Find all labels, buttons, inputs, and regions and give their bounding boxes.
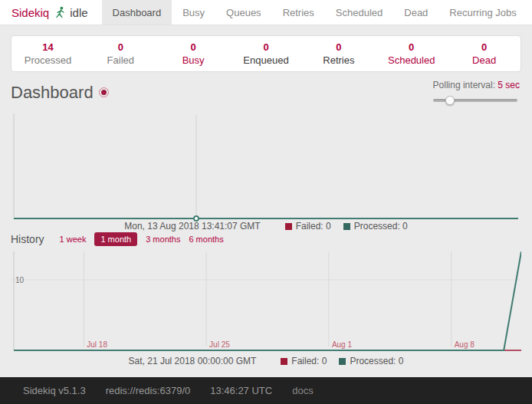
range-1-week[interactable]: 1 week <box>60 235 87 244</box>
stat-retries[interactable]: 0 Retries <box>302 36 375 71</box>
tab-dead[interactable]: Dead <box>393 0 438 25</box>
stat-retries-value: 0 <box>336 41 341 53</box>
footer-docs-link[interactable]: docs <box>292 385 313 396</box>
stat-failed-value: 0 <box>118 41 123 53</box>
tab-retries[interactable]: Retries <box>272 0 325 25</box>
stat-busy[interactable]: 0 Busy <box>157 36 230 71</box>
sidekiq-dashboard-page: Sidekiq idle Dashboard Busy Queues Retri… <box>0 0 532 404</box>
brand-name: Sidekiq <box>11 6 49 19</box>
range-6-months[interactable]: 6 months <box>189 235 223 244</box>
polling-interval-control: Polling interval: 5 sec <box>433 80 520 105</box>
history-legend-processed: Processed: 0 <box>350 356 403 366</box>
svg-text:Aug 8: Aug 8 <box>455 340 475 349</box>
stat-retries-label: Retries <box>323 54 354 66</box>
stat-failed: 0 Failed <box>84 36 157 71</box>
stat-busy-label: Busy <box>182 54 205 66</box>
tab-dashboard[interactable]: Dashboard <box>102 0 172 25</box>
navbar: Sidekiq idle Dashboard Busy Queues Retri… <box>0 0 532 25</box>
stat-dead[interactable]: 0 Dead <box>448 36 521 71</box>
tab-busy[interactable]: Busy <box>172 0 215 25</box>
realtime-legend-processed: Processed: 0 <box>354 221 408 232</box>
footer-utc-time: 13:46:27 UTC <box>210 385 272 396</box>
stat-failed-label: Failed <box>107 54 134 66</box>
stat-dead-label: Dead <box>472 54 496 66</box>
dashboard-header-row: Dashboard Polling interval: 5 sec <box>11 80 521 107</box>
stat-processed-label: Processed <box>25 54 71 66</box>
sidekiq-runner-icon <box>54 6 66 18</box>
tab-scheduled[interactable]: Scheduled <box>325 0 393 25</box>
realtime-legend: Mon, 13 Aug 2018 13:41:07 GMTFailed: 0Pr… <box>0 221 532 232</box>
stat-dead-value: 0 <box>481 41 487 53</box>
history-legend-time: Sat, 21 Jul 2018 00:00:00 GMT <box>129 356 257 366</box>
stat-scheduled-value: 0 <box>409 41 414 53</box>
stat-processed-value: 14 <box>42 41 53 53</box>
stats-summary-card: 14 Processed 0 Failed 0 Busy 0 Enqueued … <box>11 35 521 72</box>
svg-text:10: 10 <box>15 276 25 284</box>
processed-swatch-icon <box>343 223 350 230</box>
stat-processed: 14 Processed <box>11 36 84 71</box>
stat-scheduled-label: Scheduled <box>388 54 435 66</box>
svg-text:Jul 18: Jul 18 <box>87 340 107 349</box>
footer-version: Sidekiq v5.1.3 <box>23 385 86 396</box>
stat-busy-value: 0 <box>191 41 196 53</box>
stat-enqueued-value: 0 <box>263 41 268 53</box>
slider-handle[interactable] <box>445 96 455 105</box>
realtime-legend-time: Mon, 13 Aug 2018 13:41:07 GMT <box>124 221 260 232</box>
history-chart-svg: 10Jul 18Jul 25Aug 1Aug 8 <box>11 244 521 355</box>
polling-interval-slider[interactable] <box>433 96 517 105</box>
status-indicator: idle <box>70 6 87 19</box>
svg-text:Aug 1: Aug 1 <box>332 340 353 349</box>
tab-queues[interactable]: Queues <box>215 0 272 25</box>
polling-interval-label: Polling interval: 5 sec <box>433 80 520 90</box>
footer-redis-url: redis://redis:6379/0 <box>106 385 191 396</box>
processed-swatch-icon <box>339 358 346 365</box>
history-chart[interactable]: 10Jul 18Jul 25Aug 1Aug 8 <box>11 244 521 355</box>
footer: Sidekiq v5.1.3 redis://redis:6379/0 13:4… <box>0 377 532 404</box>
realtime-chart[interactable] <box>11 107 521 222</box>
svg-text:Jul 25: Jul 25 <box>209 340 230 349</box>
stat-scheduled[interactable]: 0 Scheduled <box>375 36 448 71</box>
range-3-months[interactable]: 3 months <box>146 235 180 244</box>
brand[interactable]: Sidekiq idle <box>0 0 96 25</box>
live-beacon-icon <box>99 87 109 97</box>
history-legend-failed: Failed: 0 <box>291 356 327 366</box>
realtime-chart-svg <box>11 107 521 222</box>
polling-interval-value: 5 sec <box>498 80 520 90</box>
failed-swatch-icon <box>285 223 292 230</box>
nav-tabs: Dashboard Busy Queues Retries Scheduled … <box>102 0 527 25</box>
failed-swatch-icon <box>281 358 287 365</box>
stat-enqueued[interactable]: 0 Enqueued <box>230 36 303 71</box>
page-title: Dashboard <box>11 83 109 103</box>
history-legend: Sat, 21 Jul 2018 00:00:00 GMTFailed: 0Pr… <box>0 356 532 366</box>
stat-enqueued-label: Enqueued <box>243 54 288 66</box>
realtime-legend-failed: Failed: 0 <box>296 221 331 232</box>
tab-recurring-jobs[interactable]: Recurring Jobs <box>438 0 527 25</box>
